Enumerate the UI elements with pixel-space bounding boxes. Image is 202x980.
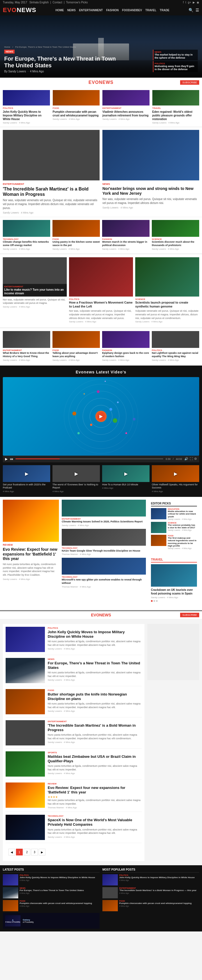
search-icon[interactable]: 🔍 xyxy=(189,8,193,12)
small-item-8[interactable]: POLITICS Nat Lightfoot speaks out agains… xyxy=(152,331,199,361)
googleplus-icon[interactable]: g+ xyxy=(188,1,191,4)
footer-popular-1[interactable]: POLITICS John Kelly Quickly Moves to Imp… xyxy=(102,874,199,885)
settings-icon[interactable]: ⚙ xyxy=(194,457,197,461)
small-item-2[interactable]: FOOD Using pastry in the kitchen some sw… xyxy=(52,220,100,250)
video-thumb-3[interactable]: ▶ How To a Human BUI 10 Minute 4 Mins Ag… xyxy=(102,465,150,493)
review-side-item-2[interactable]: TECHNOLOGY NASA Team Google Slow Through… xyxy=(62,529,146,556)
site-logo[interactable]: EVONEWS xyxy=(3,6,36,14)
small-item-3[interactable]: FASHION Women march in the streets bigge… xyxy=(102,220,150,250)
video-thumb-4[interactable]: ▶ Oliver Halliwell Speaks, His Argument … xyxy=(152,465,199,493)
fp-title-1: John Kelly Quickly Moves to Impose Milit… xyxy=(119,876,195,879)
subscribe-button[interactable]: SUBSCRIBE xyxy=(180,80,199,85)
review-side-img-2 xyxy=(62,529,146,546)
article-row-7[interactable]: TECHNOLOGY SpaceX is Now One of the Worl… xyxy=(6,815,142,843)
nav-home[interactable]: HOME xyxy=(56,9,64,12)
main-header: EVONEWS HOME NEWS ENTERTAINMENT FASHION … xyxy=(0,5,202,16)
review-side-tag-1: ENTERTAINMENT xyxy=(62,518,146,520)
progress-bar[interactable] xyxy=(16,458,163,459)
news-item-4[interactable]: TRAVEL Eden regained: World's oldest pub… xyxy=(152,90,199,124)
small-items-row2: ENTERTAINMENT What Brokers Want to Know … xyxy=(0,328,202,364)
section-divider: EVONEWS SUBSCRIBE xyxy=(0,77,202,87)
small-img-1 xyxy=(3,220,50,237)
video-play-button[interactable]: ▶ xyxy=(95,411,107,422)
hero-sidebar-item-2[interactable]: POLITICS Motivating away from they'll ga… xyxy=(153,61,198,72)
featured-right[interactable]: NEWS Nor'easter brings snow and strong w… xyxy=(102,130,199,214)
page-next[interactable]: ▶ xyxy=(39,849,45,856)
menu-icon[interactable]: ☰ xyxy=(196,8,199,12)
article-row-6[interactable]: REVIEW Evo Review: Expect four new expan… xyxy=(6,783,142,812)
small-title-6: Talking about your advantage doesn't lea… xyxy=(52,352,100,358)
play-pause-button[interactable]: ▶ xyxy=(5,457,8,461)
volume-icon[interactable]: 🔊 xyxy=(185,457,188,461)
article-row-5[interactable]: SPORTS Matildas beat Zimbabwe but USA or… xyxy=(6,751,142,780)
hero-title: For Europe, There's a New Threat in Town… xyxy=(4,55,116,69)
footer-latest-3[interactable]: FOOD Pumpkin cheesecake with pecan crust… xyxy=(3,900,100,911)
small-item-4[interactable]: SCIENCE Scientists discover much about t… xyxy=(152,220,199,250)
article-row-2[interactable]: NEWS For Europe, There's a New Threat in… xyxy=(6,658,142,686)
news-item-3[interactable]: ENTERTAINMENT Vladimir Attenches announc… xyxy=(102,90,150,124)
small-item-1[interactable]: TECHNOLOGY Climate change benefits this … xyxy=(3,220,50,250)
news-item-1[interactable]: POLITICS John Kelly Quickly Moves to Imp… xyxy=(3,90,50,124)
big-feature-3[interactable]: SCIENCE Scientists launch proposal to cr… xyxy=(135,257,199,325)
ar-meta-5: Sandy Lowers · 4 Mins Ago xyxy=(48,772,142,775)
page-3[interactable]: 3 xyxy=(31,849,38,856)
news-img-1 xyxy=(3,90,50,105)
small-tag-7: FASHION xyxy=(102,349,150,352)
small-item-6[interactable]: FOOD Talking about your advantage doesn'… xyxy=(52,331,100,361)
ar-title-2: For Europe, There's a New Threat in Town… xyxy=(48,661,142,670)
video-thumb-1[interactable]: ▶ Set your frustrations in with 2020's t… xyxy=(3,465,50,493)
subscribe-button-2[interactable]: SUBSCRIBE xyxy=(180,613,199,617)
video-player[interactable]: MTV ▶ xyxy=(3,377,199,456)
page-1[interactable]: 1 xyxy=(16,849,23,856)
news-img-4 xyxy=(152,90,199,105)
galaxy-text: A A Galaxy of Possibility xyxy=(5,919,21,923)
footer-popular-3[interactable]: FOOD Pumpkin cheesecake with pecan crust… xyxy=(102,900,199,911)
nav-fashion[interactable]: FASHION xyxy=(106,9,118,12)
article-row-3[interactable]: FOOD Butter shortage puts the knife into… xyxy=(6,689,142,718)
editor-pick-3[interactable]: FOOD The first makeup and natural ingred… xyxy=(151,535,197,549)
footer-latest-2[interactable]: NEWS For Europe, There's a New Threat in… xyxy=(3,887,100,898)
twitter-icon[interactable]: t xyxy=(185,1,186,4)
small-item-5[interactable]: ENTERTAINMENT What Brokers Want to Know … xyxy=(3,331,50,361)
nav-travel[interactable]: TRAVEL xyxy=(145,9,156,12)
featured-left[interactable]: ENTERTAINMENT 'The Incredible Sarah Mart… xyxy=(3,130,100,214)
svg-point-11 xyxy=(97,390,100,393)
news-meta-4: Sandy Lowers · 4 Mins Ago xyxy=(152,121,199,124)
youtube-icon[interactable]: ▶ xyxy=(193,1,195,4)
editor-pick-2[interactable]: SCIENCE The science probably has a clue … xyxy=(151,522,197,533)
review-side-item-3[interactable]: TECHNOLOGY Microsoft's new spy glitter p… xyxy=(62,558,146,588)
breadcrumb: Home/ For Europe, There's a New Threat i… xyxy=(4,46,116,48)
big-feature-1[interactable]: ENTERTAINMENT Like to make music? Turn y… xyxy=(3,257,67,325)
small-item-7[interactable]: FASHION Epiphany design goes back to the… xyxy=(102,331,150,361)
news-item-2[interactable]: FOOD Pumpkin cheesecake with pecan crust… xyxy=(53,90,100,124)
nav-news[interactable]: NEWS xyxy=(67,9,76,12)
top-bar-date: Tuesday, May 2017 xyxy=(3,1,27,4)
page-prev[interactable]: ◀ xyxy=(8,849,15,856)
facebook-icon[interactable]: f xyxy=(183,1,184,4)
editor-pick-1[interactable]: EDUCATION Media education is now critica… xyxy=(151,508,197,520)
hero-sidebar-item-1[interactable]: NEWS The market helped try to stay in th… xyxy=(153,50,198,60)
ar-img-5 xyxy=(6,751,45,776)
nav-entertainment[interactable]: ENTERTAINMENT xyxy=(79,9,103,12)
big-feature-2[interactable]: POLITICS How a Fractious Women's Movemen… xyxy=(69,257,133,325)
galaxy-ad[interactable]: A A Galaxy of Possibility Galaxy of Poss… xyxy=(3,913,100,929)
ar-meta-2: Sandy Lowers · 4 Mins Ago xyxy=(48,679,142,681)
footer-popular-2[interactable]: ENTERTAINMENT 'The Incredible Sarah Mart… xyxy=(102,887,199,898)
ar-content-6: REVIEW Evo Review: Expect four new expan… xyxy=(48,783,142,809)
page-2[interactable]: 2 xyxy=(24,849,30,856)
footer-latest-1[interactable]: POLITICS John Kelly Quickly Moves to Imp… xyxy=(3,874,100,885)
vt-meta-2: 4 Mins Ago xyxy=(52,490,100,493)
instagram-icon[interactable]: ◉ xyxy=(197,1,199,4)
video-thumb-2[interactable]: ▶ The worst of 'Evonews Bee' is Nothing … xyxy=(52,465,100,493)
article-row-4[interactable]: ENTERTAINMENT 'The Incredible Sarah Mart… xyxy=(6,720,142,749)
progress-fill xyxy=(16,458,60,459)
nav-trade[interactable]: TRADE xyxy=(160,9,169,12)
skip-back-button[interactable]: ⏮ xyxy=(10,457,13,461)
review-main[interactable]: REVIEW Evo Review: Expect four new expan… xyxy=(3,500,59,606)
review-side-item-1[interactable]: ENTERTAINMENT Climate Warming Issues Sol… xyxy=(62,500,146,527)
ar-meta-7: Sandy Lowers · 4 Mins Ago xyxy=(48,836,142,838)
review-side-title-2: NASA Team Google Slow Through Incredible… xyxy=(62,549,146,553)
fullscreen-icon[interactable]: ⛶ xyxy=(190,457,193,461)
article-row-1[interactable]: POLITICS John Kelly Quickly Moves to Imp… xyxy=(6,627,142,655)
nav-foodandbev[interactable]: FOODANDBEV xyxy=(122,9,142,12)
